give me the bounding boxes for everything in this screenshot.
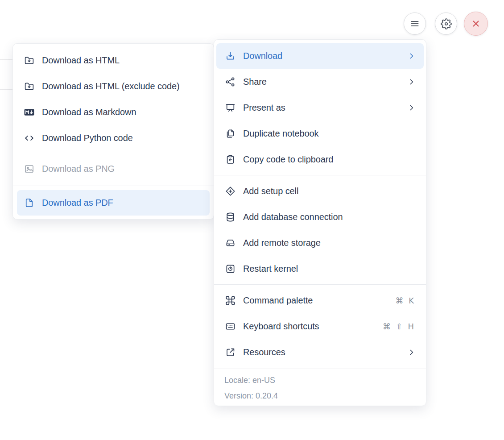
close-button[interactable] [464,12,488,36]
database-icon [224,211,236,223]
menu-item-add-remote-storage[interactable]: Add remote storage [214,230,426,256]
share-icon [224,76,236,87]
menu-item-download-as-html[interactable]: Download as HTML [13,47,214,73]
download-icon [224,50,236,62]
shortcut-hint: ⌘ ⇧ H [383,322,415,331]
menu-item-download-as-pdf[interactable]: Download as PDF [17,190,210,216]
chevron-right-icon [407,52,415,60]
hamburger-icon [409,18,420,29]
menu-item-restart-kernel[interactable]: Restart kernel [214,256,426,282]
duplicate-icon [224,128,236,139]
menu-item-label: Download Python code [42,133,203,143]
menu-button[interactable] [404,12,426,35]
menu-item-download[interactable]: Download [216,43,424,69]
locale-text: Locale: en-US [214,373,426,388]
menu-item-label: Duplicate notebook [243,129,415,139]
menu-item-keyboard-shortcuts[interactable]: Keyboard shortcuts ⌘ ⇧ H [214,313,426,339]
menu-item-label: Download as PNG [42,164,203,174]
menu-item-copy-code-to-clipboard[interactable]: Copy code to clipboard [214,146,426,172]
menu-item-label: Restart kernel [243,264,415,274]
keyboard-icon [224,320,236,332]
menu-item-add-database-connection[interactable]: Add database connection [214,204,426,230]
menu-item-label: Copy code to clipboard [243,154,415,165]
settings-button[interactable] [435,12,457,35]
menu-item-label: Download as HTML (exclude code) [42,81,203,91]
menu-item-duplicate-notebook[interactable]: Duplicate notebook [214,120,426,146]
menu-item-label: Present as [243,103,400,113]
chevron-right-icon [407,348,415,356]
main-menu: Download Share [214,39,426,406]
menu-item-label: Share [243,77,400,87]
markdown-icon [23,106,35,118]
add-setup-cell-icon [224,185,236,197]
present-icon [224,102,236,113]
menu-item-label: Add remote storage [243,238,415,248]
menu-item-label: Download as HTML [42,55,203,66]
menu-item-download-python-code[interactable]: Download Python code [13,125,214,151]
menu-item-add-setup-cell[interactable]: Add setup cell [214,178,426,204]
download-submenu: Download as HTML Download as HTML (exclu… [12,43,214,220]
menu-item-label: Add setup cell [243,186,415,196]
menu-item-present-as[interactable]: Present as [214,95,426,120]
menu-item-label: Resources [243,347,400,357]
menu-item-command-palette[interactable]: Command palette ⌘ K [214,287,426,313]
shortcut-hint: ⌘ K [395,296,415,305]
code-icon [23,132,35,144]
menu-item-label: Command palette [243,295,388,306]
folder-download-icon [23,54,35,66]
menu-item-download-as-png: Download as PNG [13,156,214,182]
folder-download-icon [23,80,35,92]
background-edge-line [0,59,12,60]
menu-item-label: Keyboard shortcuts [243,321,376,332]
menu-item-label: Download [243,51,400,61]
menu-item-label: Add database connection [243,212,415,222]
version-text: Version: 0.20.4 [214,388,426,404]
menu-footer: Locale: en-US Version: 0.20.4 [214,369,426,408]
menu-item-download-as-html-exclude-code[interactable]: Download as HTML (exclude code) [13,73,214,99]
menu-item-download-as-markdown[interactable]: Download as Markdown [13,99,214,125]
chevron-right-icon [407,78,415,86]
app-window: Download as HTML Download as HTML (exclu… [0,0,504,440]
image-icon [23,163,35,174]
remote-storage-icon [224,237,236,249]
gear-icon [441,18,452,29]
menu-item-label: Download as PDF [42,198,203,208]
menu-item-label: Download as Markdown [42,107,203,117]
command-icon [224,295,236,306]
chevron-right-icon [407,104,415,112]
menu-item-share[interactable]: Share [214,69,426,95]
file-pdf-icon [23,197,35,209]
restart-kernel-icon [224,263,236,274]
copy-clipboard-icon [224,154,236,165]
menu-item-resources[interactable]: Resources [214,339,426,365]
external-link-icon [224,346,236,358]
background-edge-line [0,89,12,90]
close-icon [471,18,481,29]
